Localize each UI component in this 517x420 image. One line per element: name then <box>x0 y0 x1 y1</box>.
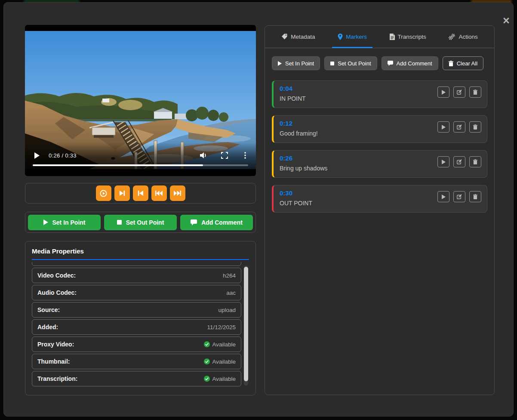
marker-toolbar: Set In Point Set Out Point Add Comment C… <box>272 56 487 70</box>
check-circle-icon <box>204 358 210 364</box>
property-row-audio-codec: Audio Codec: aac <box>32 285 241 300</box>
marker-set-in-point-button[interactable]: Set In Point <box>272 56 320 70</box>
marker-card[interactable]: 0:30 OUT POINT <box>272 185 487 213</box>
marker-edit-button[interactable] <box>453 86 465 98</box>
play-circle-button[interactable] <box>96 185 111 201</box>
quick-actions-bar: Set In Point Set Out Point Add Comment <box>25 212 256 233</box>
check-circle-icon <box>204 376 210 382</box>
play-icon[interactable] <box>32 151 41 160</box>
marker-play-button[interactable] <box>437 156 449 167</box>
property-row-transcription: Transcription: Available <box>32 371 241 386</box>
property-row-thumbnail: Thumbnail: Available <box>32 354 241 369</box>
property-row-source: Source: upload <box>32 302 241 318</box>
marker-card[interactable]: 0:04 IN POINT <box>272 80 487 108</box>
video-player[interactable]: 0:26 / 0:33 <box>25 25 256 176</box>
marker-delete-button[interactable] <box>469 121 481 133</box>
transport-bar <box>25 183 256 204</box>
document-icon <box>390 34 395 40</box>
property-row-duration: Duration: 0:33 <box>32 262 241 266</box>
marker-play-button[interactable] <box>437 191 449 202</box>
check-circle-icon <box>204 341 210 347</box>
play-icon <box>43 219 48 225</box>
property-row-added: Added: 11/12/2025 <box>32 319 241 335</box>
page: × <box>0 0 517 420</box>
tab-actions[interactable]: Actions <box>443 26 483 48</box>
tab-bar: Metadata Markers Transcripts Actions <box>265 26 494 48</box>
stop-icon <box>330 62 334 65</box>
marker-delete-button[interactable] <box>469 191 481 202</box>
set-in-point-button[interactable]: Set In Point <box>28 215 101 230</box>
map-pin-icon <box>338 34 343 40</box>
marker-add-comment-button[interactable]: Add Comment <box>382 56 438 70</box>
play-icon <box>278 61 282 66</box>
overflow-menu-icon[interactable] <box>240 151 250 160</box>
clear-all-button[interactable]: Clear All <box>443 56 483 70</box>
properties-list[interactable]: Duration: 0:33 Video Codec: h264 Audio C… <box>32 262 249 389</box>
rewind-to-start-button[interactable] <box>151 185 167 201</box>
marker-edit-button[interactable] <box>453 156 465 167</box>
properties-scrollbar[interactable] <box>244 266 248 386</box>
stop-icon <box>117 220 122 225</box>
media-review-modal: × <box>3 2 514 417</box>
marker-edit-button[interactable] <box>453 121 465 133</box>
progress-bar[interactable] <box>33 164 248 166</box>
markers-panel: Metadata Markers Transcripts Actions <box>265 25 495 395</box>
close-button[interactable]: × <box>499 14 513 28</box>
gears-icon <box>449 34 455 40</box>
marker-list: 0:04 IN POINT 0:12 Good framing! <box>272 80 487 213</box>
marker-edit-button[interactable] <box>453 191 465 202</box>
marker-delete-button[interactable] <box>469 156 481 167</box>
marker-play-button[interactable] <box>437 86 449 98</box>
marker-set-out-point-button[interactable]: Set Out Point <box>324 56 377 70</box>
property-row-video-codec: Video Codec: h264 <box>32 268 241 283</box>
marker-delete-button[interactable] <box>469 86 481 98</box>
scrollbar-thumb[interactable] <box>244 267 248 381</box>
step-forward-button[interactable] <box>114 185 130 201</box>
progress-fill <box>33 164 203 166</box>
marker-card[interactable]: 0:12 Good framing! <box>272 115 487 143</box>
fullscreen-icon[interactable] <box>220 151 229 160</box>
fast-forward-to-end-button[interactable] <box>170 185 185 201</box>
marker-card[interactable]: 0:26 Bring up shadows <box>272 150 487 178</box>
trash-icon <box>449 61 453 66</box>
media-properties-title: Media Properties <box>32 247 249 255</box>
tab-transcripts[interactable]: Transcripts <box>384 26 432 48</box>
marker-play-button[interactable] <box>437 121 449 133</box>
title-underline <box>32 259 249 260</box>
media-properties-card: Media Properties Duration: 0:33 Video Co… <box>25 241 256 395</box>
tag-icon <box>281 34 288 40</box>
time-display: 0:26 / 0:33 <box>49 152 77 159</box>
property-row-proxy-video: Proxy Video: Available <box>32 337 241 352</box>
tab-markers[interactable]: Markers <box>332 26 372 48</box>
set-out-point-button[interactable]: Set Out Point <box>104 215 177 230</box>
add-comment-button[interactable]: Add Comment <box>180 215 253 230</box>
step-back-button[interactable] <box>133 185 148 201</box>
volume-icon[interactable] <box>199 151 209 160</box>
tab-metadata[interactable]: Metadata <box>276 26 320 48</box>
comment-icon <box>388 61 393 66</box>
comment-icon <box>191 219 197 225</box>
